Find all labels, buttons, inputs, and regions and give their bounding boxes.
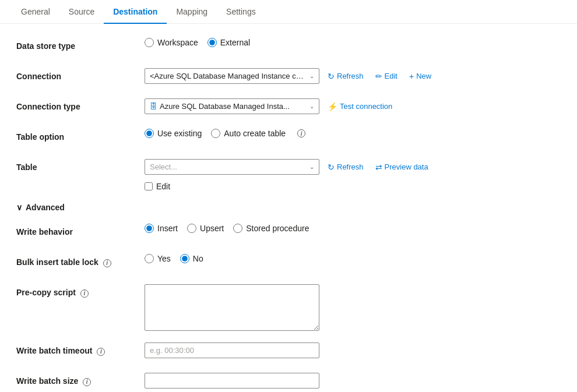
write-batch-size-input[interactable]: [145, 373, 319, 389]
radio-no-label: No: [193, 254, 203, 263]
refresh-icon: ↻: [328, 72, 335, 81]
table-edit-checkbox-input[interactable]: [145, 182, 153, 190]
radio-external-label: External: [220, 38, 250, 47]
table-refresh-icon: ↻: [328, 163, 335, 172]
write-batch-size-info-icon[interactable]: i: [83, 378, 91, 386]
preview-icon: ⇄: [375, 163, 382, 172]
table-edit-checkbox[interactable]: Edit: [145, 182, 170, 191]
connection-label: Connection: [16, 68, 145, 81]
data-store-type-row: Data store type Workspace External: [16, 38, 561, 56]
test-connection-button[interactable]: ⚡ Test connection: [324, 100, 396, 114]
tabs-bar: General Source Destination Mapping Setti…: [0, 0, 577, 24]
radio-use-existing-label: Use existing: [157, 129, 202, 138]
tab-destination[interactable]: Destination: [104, 0, 167, 23]
bulk-insert-control: Yes No: [145, 254, 561, 263]
connection-edit-button[interactable]: ✏ Edit: [372, 69, 401, 83]
connection-control: <Azure SQL Database Managed Instance con…: [145, 68, 561, 84]
radio-no[interactable]: No: [180, 254, 203, 263]
radio-insert[interactable]: Insert: [145, 224, 178, 233]
table-select-chevron-icon: ⌄: [309, 164, 314, 170]
radio-workspace-input[interactable]: [145, 38, 154, 47]
connection-chevron-icon: ⌄: [309, 73, 314, 79]
connection-type-control: 🗄 Azure SQL Database Managed Insta... ⌄ …: [145, 98, 561, 114]
pre-copy-script-textarea[interactable]: [145, 284, 319, 331]
write-behavior-label: Write behavior: [16, 224, 145, 236]
table-row: Table Select... ⌄ ↻ Refresh ⇄ Preview da…: [16, 159, 561, 191]
radio-workspace-label: Workspace: [157, 38, 198, 47]
advanced-label: Advanced: [26, 203, 65, 212]
radio-use-existing-input[interactable]: [145, 129, 154, 138]
connection-refresh-label: Refresh: [337, 72, 364, 80]
write-batch-timeout-info-icon[interactable]: i: [97, 348, 105, 356]
radio-stored-procedure-input[interactable]: [233, 224, 242, 233]
radio-yes-input[interactable]: [145, 254, 154, 263]
bulk-insert-info-icon[interactable]: i: [103, 259, 111, 267]
table-option-radio-group: Use existing Auto create table i: [145, 129, 305, 138]
pre-copy-script-info-icon[interactable]: i: [80, 289, 89, 298]
advanced-collapse-icon: ∨: [16, 203, 22, 212]
radio-auto-create-label: Auto create table: [224, 129, 286, 138]
table-select-placeholder: Select...: [150, 163, 306, 171]
table-control: Select... ⌄ ↻ Refresh ⇄ Preview data Edi…: [145, 159, 561, 191]
form-content: Data store type Workspace External Conne…: [0, 24, 577, 392]
radio-yes[interactable]: Yes: [145, 254, 171, 263]
pre-copy-script-control: [145, 284, 561, 331]
write-behavior-control: Insert Upsert Stored procedure: [145, 224, 561, 233]
radio-upsert-input[interactable]: [187, 224, 196, 233]
write-batch-size-label: Write batch size i: [16, 373, 145, 386]
connection-refresh-button[interactable]: ↻ Refresh: [324, 69, 367, 83]
table-label: Table: [16, 159, 145, 172]
connection-row: Connection <Azure SQL Database Managed I…: [16, 68, 561, 87]
radio-auto-create[interactable]: Auto create table: [211, 129, 286, 138]
radio-external-input[interactable]: [207, 38, 217, 47]
radio-upsert-label: Upsert: [200, 224, 224, 233]
connection-type-chevron-icon: ⌄: [309, 103, 314, 110]
table-select-dropdown[interactable]: Select... ⌄: [145, 159, 319, 175]
write-batch-timeout-label: Write batch timeout i: [16, 342, 145, 356]
radio-stored-procedure[interactable]: Stored procedure: [233, 224, 309, 233]
pre-copy-script-row: Pre-copy script i: [16, 284, 561, 331]
advanced-header[interactable]: ∨ Advanced: [16, 203, 561, 212]
radio-insert-label: Insert: [157, 224, 178, 233]
write-batch-timeout-input[interactable]: [145, 342, 319, 358]
data-store-type-control: Workspace External: [145, 38, 561, 47]
radio-auto-create-input[interactable]: [211, 129, 220, 138]
radio-workspace[interactable]: Workspace: [145, 38, 198, 47]
tab-mapping[interactable]: Mapping: [167, 0, 217, 23]
radio-insert-input[interactable]: [145, 224, 154, 233]
tab-settings[interactable]: Settings: [217, 0, 265, 23]
write-batch-timeout-control: [145, 342, 561, 358]
connection-new-label: New: [416, 72, 431, 80]
connection-type-dropdown[interactable]: 🗄 Azure SQL Database Managed Insta... ⌄: [145, 98, 319, 114]
radio-yes-label: Yes: [157, 254, 171, 263]
table-preview-button[interactable]: ⇄ Preview data: [372, 160, 432, 174]
bulk-insert-label: Bulk insert table lock i: [16, 254, 145, 267]
radio-external[interactable]: External: [207, 38, 250, 47]
test-connection-icon: ⚡: [328, 102, 337, 111]
table-edit-checkbox-label: Edit: [156, 182, 170, 191]
tab-source[interactable]: Source: [59, 0, 104, 23]
table-option-control: Use existing Auto create table i: [145, 129, 561, 138]
write-behavior-radio-group: Insert Upsert Stored procedure: [145, 224, 309, 233]
connection-dropdown[interactable]: <Azure SQL Database Managed Instance con…: [145, 68, 319, 84]
bulk-insert-radio-group: Yes No: [145, 254, 203, 263]
radio-stored-procedure-label: Stored procedure: [246, 224, 309, 233]
bulk-insert-row: Bulk insert table lock i Yes No: [16, 254, 561, 273]
test-connection-label: Test connection: [340, 102, 392, 111]
radio-upsert[interactable]: Upsert: [187, 224, 224, 233]
table-preview-label: Preview data: [385, 163, 428, 171]
tab-general[interactable]: General: [12, 0, 59, 23]
data-store-type-label: Data store type: [16, 38, 145, 51]
connection-edit-label: Edit: [385, 72, 397, 80]
table-refresh-label: Refresh: [337, 163, 364, 171]
connection-type-row: Connection type 🗄 Azure SQL Database Man…: [16, 98, 561, 117]
table-refresh-button[interactable]: ↻ Refresh: [324, 160, 367, 174]
radio-use-existing[interactable]: Use existing: [145, 129, 202, 138]
pre-copy-script-label: Pre-copy script i: [16, 284, 145, 298]
write-behavior-row: Write behavior Insert Upsert Stored proc…: [16, 224, 561, 242]
radio-no-input[interactable]: [180, 254, 189, 263]
table-option-label: Table option: [16, 129, 145, 142]
table-option-info-icon[interactable]: i: [297, 129, 305, 137]
connection-new-button[interactable]: + New: [406, 69, 435, 83]
table-option-row: Table option Use existing Auto create ta…: [16, 129, 561, 147]
